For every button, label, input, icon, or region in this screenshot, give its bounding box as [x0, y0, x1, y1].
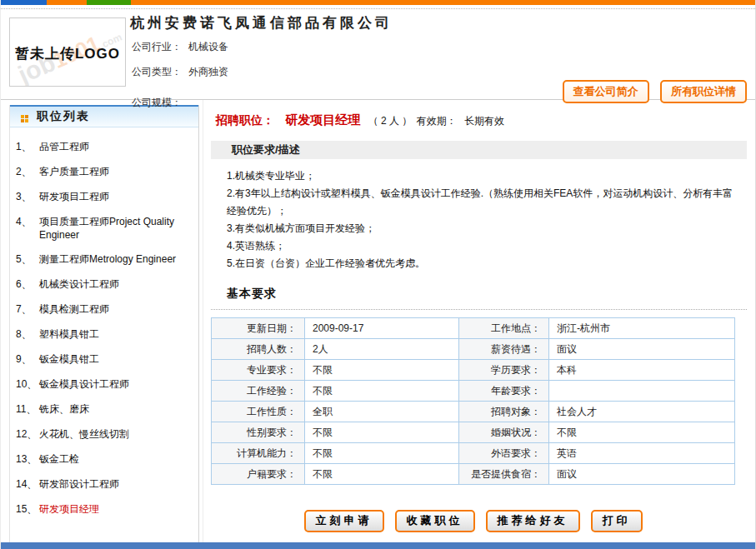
company-fields: 公司行业：机械设备 公司类型：外商独资 公司规模：: [132, 40, 228, 121]
job-list-sidebar: 职位列表 1、 品管工程师 2、 客户质量工程师 3、 研发项目工程师: [9, 105, 199, 547]
basic-requirements-row: 工作经验： 不限 年龄要求：: [212, 381, 735, 402]
sidebar-job-item[interactable]: 6、 机械类设计工程师: [10, 272, 198, 297]
requirement-value: [549, 381, 735, 402]
job-headcount: （ 2 人 ）: [368, 115, 413, 127]
recommend-friend-button[interactable]: 推荐给好友: [486, 510, 580, 532]
requirement-label: 计算机能力：: [212, 443, 305, 464]
job-item-number: 13、: [16, 452, 39, 467]
job-item-number: 15、: [16, 502, 39, 517]
job-validity-value: 长期有效: [464, 115, 504, 127]
sidebar-job-item[interactable]: 11、 铣床、磨床: [10, 397, 198, 422]
requirement-label: 是否提供食宿：: [459, 464, 549, 485]
job-validity-label: 有效期：: [417, 115, 457, 127]
sidebar-job-item[interactable]: 1、 品管工程师: [10, 135, 198, 160]
job-item-number: 14、: [16, 477, 39, 492]
basic-requirements-row: 工作性质： 全职 招聘对象： 社会人才: [212, 402, 735, 422]
sidebar-job-item[interactable]: 15、 研发项目经理: [10, 497, 198, 522]
job-item-label: 铣床、磨床: [39, 402, 198, 417]
sidebar-job-item[interactable]: 5、 测量工程师Metrology Engineer: [10, 247, 198, 272]
sidebar-job-item[interactable]: 3、 研发项目工程师: [10, 185, 198, 210]
company-header: job1001.com 暂未上传LOGO 杭州安费诺飞凤通信部品有限公司 公司行…: [1, 9, 755, 100]
job-item-number: 3、: [16, 190, 39, 204]
requirement-label: 工作经验：: [212, 381, 305, 402]
requirement-label: 更新日期：: [212, 318, 305, 339]
sidebar-job-item[interactable]: 2、 客户质量工程师: [10, 160, 198, 185]
job-item-label: 测量工程师Metrology Engineer: [39, 252, 198, 267]
job-item-label: 研发部设计工程师: [39, 477, 198, 492]
job-description-line: 5.在日资（台资）企业工作经验者优先考虑。: [227, 255, 738, 272]
sidebar-title: 职位列表: [37, 109, 90, 124]
requirement-value: 2009-09-17: [305, 318, 459, 339]
company-field-value: 外商独资: [188, 66, 228, 77]
job-item-label: 研发项目经理: [39, 502, 198, 517]
footer-accent-bar: [1, 542, 755, 549]
sidebar-job-item[interactable]: 4、 项目质量工程师Project Quality Engineer: [10, 210, 198, 247]
sidebar-job-item[interactable]: 14、 研发部设计工程师: [10, 472, 198, 497]
job-item-number: 1、: [16, 140, 39, 154]
basic-requirements-section-header: 基本要求: [211, 287, 747, 310]
requirement-label: 性别要求：: [212, 422, 305, 443]
accent-strip-orange: [47, 0, 87, 5]
job-item-number: 8、: [16, 327, 39, 342]
accent-strip-orange-long: [131, 0, 755, 5]
save-job-button[interactable]: 收藏职位: [395, 510, 475, 532]
basic-requirements-row: 计算机能力： 不限 外语要求： 英语: [212, 443, 735, 464]
company-name: 杭州安费诺飞凤通信部品有限公司: [130, 13, 393, 32]
job-item-number: 2、: [16, 165, 39, 179]
requirement-value: 本科: [549, 360, 735, 381]
top-accent-bar: [1, 0, 755, 5]
job-item-number: 9、: [16, 352, 39, 367]
requirement-value: 不限: [305, 464, 459, 485]
all-jobs-detail-button[interactable]: 所有职位详情: [660, 80, 747, 103]
requirement-value: 不限: [305, 360, 459, 381]
job-list: 1、 品管工程师 2、 客户质量工程师 3、 研发项目工程师 4、 项目质量工程…: [10, 135, 198, 522]
job-item-number: 4、: [16, 215, 39, 242]
job-description-line: 1.机械类专业毕业；: [227, 167, 738, 185]
apply-now-button[interactable]: 立刻申请: [304, 510, 384, 532]
requirement-label: 专业要求：: [212, 360, 305, 381]
sidebar-job-item[interactable]: 8、 塑料模具钳工: [10, 322, 198, 347]
job-item-label: 火花机、慢丝线切割: [39, 427, 198, 442]
job-item-label: 品管工程师: [39, 140, 198, 154]
job-item-label: 钣金模具钳工: [39, 352, 198, 367]
requirement-value: 浙江-杭州市: [549, 318, 735, 339]
job-item-number: 11、: [16, 402, 39, 417]
requirement-value: 不限: [305, 443, 459, 464]
company-logo-placeholder: job1001.com 暂未上传LOGO: [9, 17, 126, 87]
requirement-label: 招聘人数：: [212, 339, 305, 360]
job-item-number: 5、: [16, 252, 39, 267]
company-field-row: 公司规模：: [132, 96, 228, 110]
requirement-label: 外语要求：: [459, 443, 549, 464]
basic-requirements-row: 专业要求： 不限 学历要求： 本科: [212, 360, 735, 381]
requirement-label: 薪资待遇：: [459, 339, 549, 360]
sidebar-job-item[interactable]: 12、 火花机、慢丝线切割: [10, 422, 198, 447]
basic-requirements-row: 性别要求： 不限 婚姻状况： 不限: [212, 422, 735, 443]
logo-placeholder-text: 暂未上传LOGO: [10, 44, 125, 63]
print-button[interactable]: 打印: [591, 510, 643, 532]
job-description-line: 3.有类似机械方面项目开发经验；: [227, 220, 738, 237]
requirement-value: 不限: [305, 381, 459, 402]
sidebar-job-item[interactable]: 13、 钣金工检: [10, 447, 198, 472]
job-detail-content: 招聘职位： 研发项目经理 （ 2 人 ） 有效期： 长期有效 职位要求/描述 1…: [203, 100, 755, 547]
requirement-value: 不限: [305, 422, 459, 443]
job-item-label: 钣金工检: [39, 452, 198, 467]
job-description: 1.机械类专业毕业； 2.有3年以上结构设计或塑料模具、钣金模具设计工作经验.（…: [211, 159, 747, 272]
sidebar-job-item[interactable]: 9、 钣金模具钳工: [10, 347, 198, 372]
job-summary-line: 招聘职位： 研发项目经理 （ 2 人 ） 有效期： 长期有效: [211, 100, 747, 128]
requirement-label: 户籍要求：: [212, 464, 305, 485]
job-item-number: 12、: [16, 427, 39, 442]
job-item-number: 6、: [16, 277, 39, 292]
basic-requirements-row: 招聘人数： 2人 薪资待遇： 面议: [212, 339, 735, 360]
grid-icon: [21, 115, 24, 118]
basic-requirements-row: 更新日期： 2009-09-17 工作地点： 浙江-杭州市: [212, 318, 735, 339]
company-field-label: 公司规模：: [132, 97, 182, 108]
sidebar-job-item[interactable]: 7、 模具检测工程师: [10, 297, 198, 322]
requirement-value: 面议: [549, 339, 735, 360]
requirement-label: 工作性质：: [212, 402, 305, 422]
view-company-profile-button[interactable]: 查看公司简介: [563, 80, 649, 103]
sidebar-job-item[interactable]: 10、 钣金模具设计工程师: [10, 372, 198, 397]
job-item-label: 研发项目工程师: [39, 190, 198, 204]
job-item-label: 塑料模具钳工: [39, 327, 198, 342]
job-item-number: 10、: [16, 377, 39, 392]
accent-strip-green: [87, 0, 131, 5]
